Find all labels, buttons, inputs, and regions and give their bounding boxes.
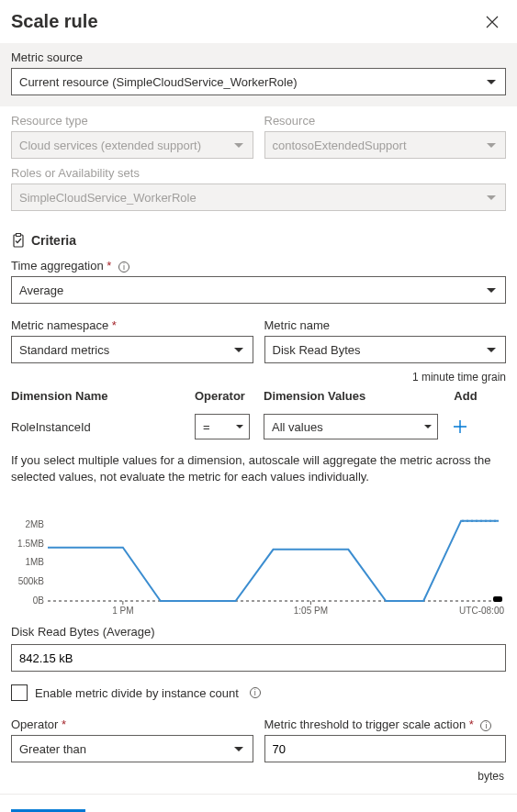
metric-name-value: Disk Read Bytes: [273, 343, 361, 357]
info-icon[interactable]: i: [118, 261, 129, 273]
resource-label: Resource: [264, 114, 507, 128]
threshold-input[interactable]: [264, 735, 507, 762]
operator-value: Greater than: [19, 742, 86, 756]
col-dimension-name: Dimension Name: [11, 389, 195, 403]
dimension-operator-select[interactable]: =: [195, 414, 250, 439]
metric-readout-value[interactable]: [11, 644, 506, 672]
metric-ns-select[interactable]: Standard metrics: [11, 336, 253, 363]
operator-select[interactable]: Greater than: [11, 735, 253, 762]
clipboard-check-icon: [11, 233, 26, 248]
time-grain-text: 1 minute time grain: [0, 371, 517, 385]
panel-title: Scale rule: [11, 11, 98, 32]
metric-readout-label: Disk Read Bytes (Average): [0, 623, 517, 640]
svg-text:2MB: 2MB: [25, 519, 44, 529]
resource-select: contosoExtendedSupport: [264, 131, 507, 159]
threshold-unit: bytes: [0, 770, 517, 788]
metric-name-select[interactable]: Disk Read Bytes: [264, 336, 507, 363]
col-dimension-values: Dimension Values: [264, 389, 447, 403]
time-agg-select[interactable]: Average: [11, 276, 506, 304]
svg-rect-15: [493, 596, 502, 602]
resource-type-select: Cloud services (extended support): [11, 131, 253, 159]
divider: [0, 794, 517, 795]
divide-by-instance-label: Enable metric divide by instance count: [35, 686, 239, 700]
col-operator: Operator: [195, 389, 264, 403]
col-add: Add: [447, 389, 484, 403]
dimension-row: RoleInstanceId = All values: [0, 406, 517, 447]
metric-source-label: Metric source: [11, 50, 506, 64]
info-icon[interactable]: i: [480, 720, 491, 731]
resource-value: contosoExtendedSupport: [273, 139, 407, 152]
roles-value: SimpleCloudService_WorkerRole: [19, 191, 197, 205]
close-icon: [486, 16, 499, 28]
metric-source-value: Current resource (SimpleCloudService_Wor…: [19, 75, 297, 89]
metric-chart: 0B500kB1MB1.5MB2MB1 PM1:05 PMUTC-08:00: [11, 500, 506, 619]
time-agg-label: Time aggregation * i: [11, 259, 506, 273]
close-button[interactable]: [482, 12, 502, 32]
dimension-note: If you select multiple values for a dime…: [0, 447, 517, 493]
svg-text:1 PM: 1 PM: [112, 606, 133, 616]
roles-select: SimpleCloudService_WorkerRole: [11, 184, 506, 211]
svg-rect-1: [17, 234, 21, 237]
threshold-label: Metric threshold to trigger scale action…: [264, 717, 507, 731]
svg-text:UTC-08:00: UTC-08:00: [459, 606, 504, 616]
svg-text:1MB: 1MB: [25, 558, 44, 568]
metric-ns-label: Metric namespace *: [11, 318, 253, 332]
svg-text:1:05 PM: 1:05 PM: [294, 606, 328, 616]
plus-icon: [453, 419, 467, 434]
resource-type-value: Cloud services (extended support): [19, 139, 201, 152]
metric-source-select[interactable]: Current resource (SimpleCloudService_Wor…: [11, 68, 506, 95]
resource-type-label: Resource type: [11, 114, 253, 128]
operator-label: Operator *: [11, 717, 253, 731]
svg-text:1.5MB: 1.5MB: [17, 539, 44, 549]
time-agg-value: Average: [19, 284, 63, 297]
metric-ns-value: Standard metrics: [19, 343, 109, 357]
roles-label: Roles or Availability sets: [11, 166, 506, 180]
metric-name-label: Metric name: [264, 318, 507, 332]
add-dimension-button[interactable]: [447, 414, 473, 439]
svg-text:0B: 0B: [33, 595, 45, 606]
criteria-heading: Criteria: [31, 233, 76, 248]
dimension-values-select[interactable]: All values: [264, 414, 438, 439]
info-icon[interactable]: i: [250, 687, 261, 698]
dimension-name: RoleInstanceId: [11, 420, 195, 434]
svg-text:500kB: 500kB: [18, 577, 45, 587]
divide-by-instance-checkbox[interactable]: [11, 684, 28, 701]
